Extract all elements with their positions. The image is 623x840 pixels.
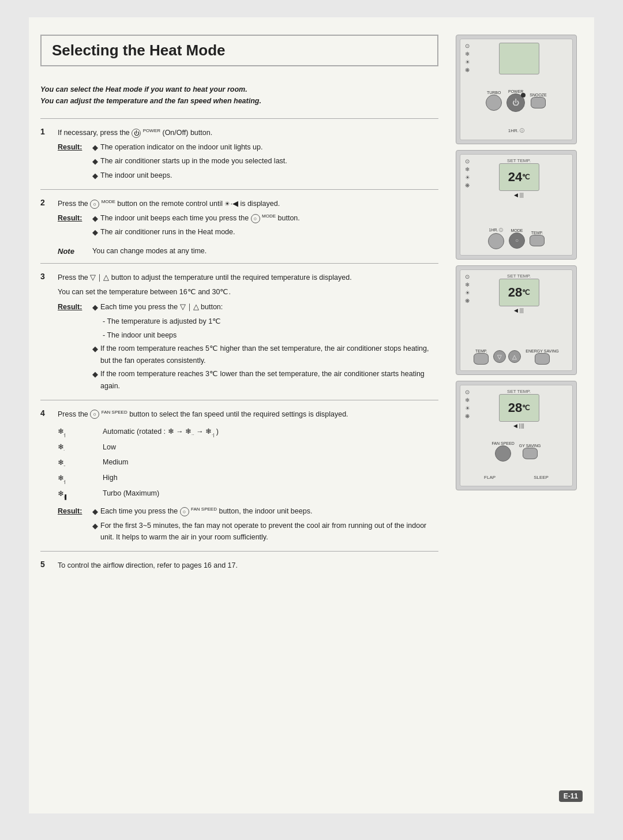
step-5: 5 To control the airflow direction, refe… xyxy=(40,551,438,580)
remote-panel-4: ⊙ ❄ ☀ ❋ SET TEMP. 28℃ ◀ |||| xyxy=(456,381,577,490)
lcd-display-1 xyxy=(499,43,539,74)
lcd-display-4: 28℃ xyxy=(499,394,539,422)
temp-btn-2 xyxy=(530,235,545,246)
intro-text: You can select the Heat mode if you want… xyxy=(40,84,438,107)
page-container: Selecting the Heat Mode You can select t… xyxy=(29,17,594,813)
step-1: 1 If necessary, press the ⏻ POWER (On/Of… xyxy=(40,118,438,189)
down-btn: ▽ xyxy=(493,350,506,363)
remote-panel-3: ⊙ ❄ ☀ ❋ SET TEMP. 28℃ ◀ ||| xyxy=(456,265,577,375)
power-btn-highlighted: ⏻ xyxy=(506,93,525,112)
mode-button-icon: ○ xyxy=(90,200,99,209)
saving-btn-4 xyxy=(523,448,538,459)
up-btn: △ xyxy=(508,350,521,363)
timer-btn-2 xyxy=(488,233,504,249)
page-title: Selecting the Heat Mode xyxy=(40,35,438,66)
fan-speed-options: ❄·| Automatic (rotated : ❄ → ❄·· → ❄·| )… xyxy=(58,425,438,501)
step-2: 2 Press the ○ MODE button on the remote … xyxy=(40,189,438,263)
mode-btn-highlighted: ○ xyxy=(509,232,525,249)
step-4: 4 Press the ○ FAN SPEED button to select… xyxy=(40,400,438,551)
snooze-btn-1 xyxy=(531,97,546,108)
fan-btn-inline: ○ xyxy=(180,507,189,516)
step-3: 3 Press the ▽｜△ button to adjust the tem… xyxy=(40,263,438,399)
turbo-btn-1 xyxy=(486,95,502,111)
left-column: Selecting the Heat Mode You can select t… xyxy=(40,35,444,790)
remote-panel-2: ⊙ ❄ ☀ ❋ SET TEMP. 24℃ ◀ ||| xyxy=(456,150,577,260)
right-column: ⊙ ❄ ☀ ❋ TURBO POW xyxy=(456,35,583,790)
fan-speed-button-icon: ○ xyxy=(90,410,99,419)
lcd-display-3: 28℃ xyxy=(499,279,539,306)
page-number: E-11 xyxy=(559,790,583,802)
temp-btn-3 xyxy=(474,353,489,365)
remote-panel-1: ⊙ ❄ ☀ ❋ TURBO POW xyxy=(456,35,577,144)
power-button-icon: ⏻ xyxy=(132,129,141,138)
lcd-display-2: 24℃ xyxy=(499,163,539,191)
mode-btn-inline: ○ xyxy=(251,214,260,223)
fan-speed-btn-4 xyxy=(495,445,511,462)
energy-btn-3 xyxy=(535,353,550,365)
